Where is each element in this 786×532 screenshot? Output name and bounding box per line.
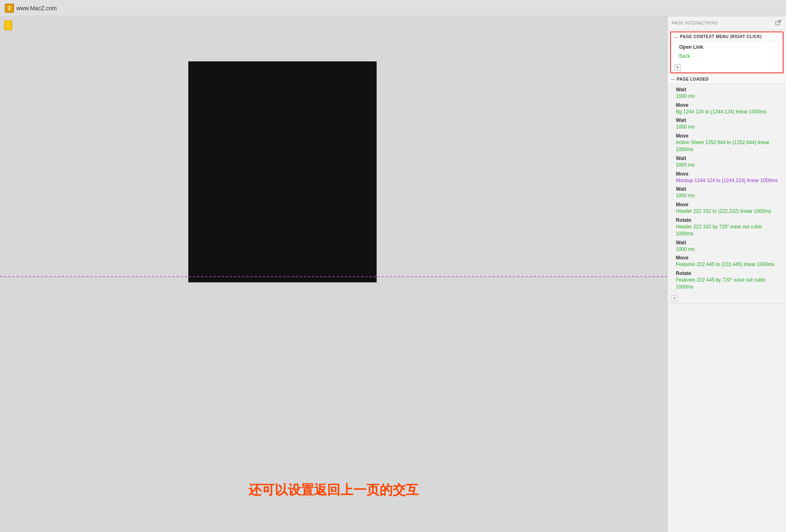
value-rotate-features: Features 222 445 by 720° ease out cubic … xyxy=(676,277,780,291)
value-wait-3: 1000 ms xyxy=(676,162,780,169)
panel-header: PAGE INTERACTIONS xyxy=(668,16,786,30)
item-move-mockup: Move Mockup 1244 124 to (1244,124) linea… xyxy=(668,170,786,185)
label-move-features: Move xyxy=(676,255,780,261)
label-wait-5: Wait xyxy=(676,240,780,246)
collapse-icon-loaded: — xyxy=(671,77,675,81)
top-bar: Z www.MacZ.com xyxy=(0,0,786,16)
label-move-header: Move xyxy=(676,202,780,207)
label-wait-1: Wait xyxy=(676,87,780,92)
value-wait-2: 1000 ms xyxy=(676,124,780,131)
dashed-line xyxy=(0,276,667,277)
panel-content: — PAGE CONTEXT MENU (RIGHT CLICK) Open L… xyxy=(668,30,786,532)
section-page-loaded-header[interactable]: — PAGE LOADED xyxy=(668,75,786,84)
collapse-icon: — xyxy=(674,35,678,39)
value-wait-1: 1000 ms xyxy=(676,93,780,100)
label-wait-3: Wait xyxy=(676,156,780,161)
section-context-menu-body: Open Link Back xyxy=(671,41,783,63)
item-move-features: Move Features 222 445 to (222,445) linea… xyxy=(668,254,786,269)
open-link-label: Open Link xyxy=(679,44,777,50)
item-wait-2: Wait 1000 ms xyxy=(668,116,786,132)
label-wait-4: Wait xyxy=(676,186,780,192)
add-button-context[interactable]: + xyxy=(674,64,681,71)
item-wait-1: Wait 1000 ms xyxy=(668,86,786,101)
section-page-loaded-body: Wait 1000 ms Move Bg 1244 124 to (1244,1… xyxy=(668,84,786,293)
black-rectangle xyxy=(188,61,377,282)
value-rotate-header: Header 222 332 by 720° ease out cubic 10… xyxy=(676,223,780,237)
section-page-loaded-title: PAGE LOADED xyxy=(677,77,709,81)
section-page-loaded: — PAGE LOADED Wait 1000 ms Move Bg 1244 … xyxy=(668,75,786,304)
item-wait-3: Wait 1000 ms xyxy=(668,154,786,170)
label-rotate-features: Rotate xyxy=(676,271,780,276)
panel-header-title: PAGE INTERACTIONS xyxy=(672,21,718,25)
right-panel: PAGE INTERACTIONS — PAGE CONTEXT MENU (R… xyxy=(667,16,786,532)
logo-z-icon: Z xyxy=(5,4,14,13)
section-context-menu: — PAGE CONTEXT MENU (RIGHT CLICK) Open L… xyxy=(670,32,784,73)
item-wait-4: Wait 1000 ms xyxy=(668,185,786,201)
main-layout: ⚡ 还可以设置返回上一页的交互 PAGE INTERACTIONS — xyxy=(0,16,786,532)
value-wait-4: 1000 ms xyxy=(676,192,780,199)
top-bar-url: www.MacZ.com xyxy=(16,5,57,11)
value-wait-5: 1000 ms xyxy=(676,246,780,253)
label-move-actionsheet: Move xyxy=(676,133,780,139)
section-context-menu-header[interactable]: — PAGE CONTEXT MENU (RIGHT CLICK) xyxy=(671,32,783,41)
item-wait-5: Wait 1000 ms xyxy=(668,239,786,254)
page-loaded-add-row: + xyxy=(668,293,786,303)
item-move-header: Move Header 222 332 to (222,332) linear … xyxy=(668,201,786,216)
bottom-text: 还可以设置返回上一页的交互 xyxy=(0,481,667,499)
section-context-menu-title: PAGE CONTEXT MENU (RIGHT CLICK) xyxy=(680,34,762,39)
label-rotate-header: Rotate xyxy=(676,217,780,223)
lightning-icon[interactable]: ⚡ xyxy=(4,20,12,30)
item-rotate-header: Rotate Header 222 332 by 720° ease out c… xyxy=(668,216,786,239)
logo-area: Z www.MacZ.com xyxy=(5,4,57,13)
item-move-actionsheet: Move Action Sheet 1252 644 to (1252,644)… xyxy=(668,132,786,154)
add-button-loaded[interactable]: + xyxy=(671,295,678,302)
label-wait-2: Wait xyxy=(676,117,780,123)
label-move-mockup: Move xyxy=(676,171,780,177)
value-move-bg: Bg 1244 124 to (1244,124) linear 1000ms xyxy=(676,108,780,115)
context-menu-back[interactable]: Back xyxy=(671,52,783,61)
back-value: Back xyxy=(679,53,777,60)
export-icon[interactable] xyxy=(775,20,782,26)
value-move-mockup: Mockup 1244 124 to (1244,124) linear 100… xyxy=(676,177,780,184)
item-move-bg: Move Bg 1244 124 to (1244,124) linear 10… xyxy=(668,101,786,117)
item-rotate-features: Rotate Features 222 445 by 720° ease out… xyxy=(668,269,786,292)
value-move-header: Header 222 332 to (222,332) linear 1000m… xyxy=(676,208,780,215)
value-move-actionsheet: Action Sheet 1252 644 to (1252,644) line… xyxy=(676,139,780,153)
value-move-features: Features 222 445 to (222,445) linear 100… xyxy=(676,261,780,268)
canvas-area: ⚡ 还可以设置返回上一页的交互 xyxy=(0,16,667,532)
context-menu-add-row: + xyxy=(671,63,783,72)
context-menu-open-link: Open Link xyxy=(671,43,783,52)
label-move-bg: Move xyxy=(676,102,780,108)
